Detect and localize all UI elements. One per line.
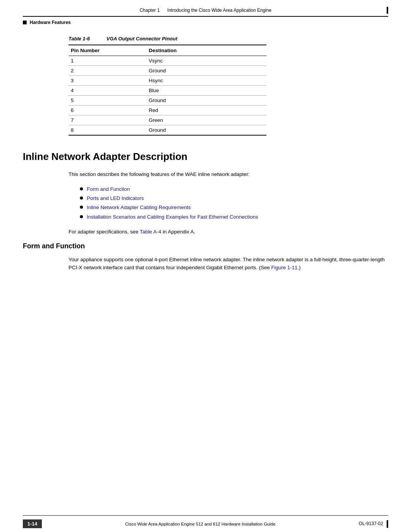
page: Chapter 1 Introducing the Cisco Wide Are… bbox=[0, 0, 411, 532]
destination-cell: Red bbox=[147, 105, 266, 115]
table-section: Table 1-6 VGA Output Connector Pinout Pi… bbox=[68, 36, 388, 136]
table-a4-link[interactable]: Table A-4 bbox=[140, 229, 161, 235]
chapter-label: Chapter 1 bbox=[140, 8, 160, 13]
table-header-row: Pin Number Destination bbox=[68, 45, 266, 56]
table-row: 3Hsync bbox=[68, 76, 266, 86]
intro-text: This section describes the following fea… bbox=[68, 170, 388, 179]
pin-cell: 4 bbox=[68, 86, 147, 96]
bullet-link[interactable]: Installation Scenarios and Cabling Examp… bbox=[87, 212, 258, 222]
list-item: Form and Function bbox=[80, 185, 388, 194]
subsection-text-before: Your appliance supports one optional 4-p… bbox=[68, 257, 385, 271]
section-label-text: Hardware Features bbox=[30, 20, 71, 25]
pin-cell: 2 bbox=[68, 66, 147, 76]
destination-cell: Green bbox=[147, 115, 266, 125]
adapter-specs-after: in Appendix A. bbox=[161, 229, 195, 235]
list-item: Installation Scenarios and Cabling Examp… bbox=[80, 212, 388, 222]
table-caption-title: VGA Output Connector Pinout bbox=[107, 36, 178, 42]
pin-cell: 8 bbox=[68, 125, 147, 136]
table-row: 2Ground bbox=[68, 66, 266, 76]
table-row: 1Vsync bbox=[68, 56, 266, 66]
header-center: Chapter 1 Introducing the Cisco Wide Are… bbox=[114, 8, 297, 13]
table-row: 5Ground bbox=[68, 96, 266, 105]
table-body: 1Vsync2Ground3Hsync4Blue5Ground6Red7Gree… bbox=[68, 56, 266, 136]
adapter-specs-text: For adapter specifications, see Table A-… bbox=[68, 228, 388, 236]
header-right bbox=[297, 7, 388, 14]
pin-cell: 6 bbox=[68, 105, 147, 115]
col-dest-header: Destination bbox=[147, 45, 266, 56]
subsection-text-end: .) bbox=[298, 265, 301, 270]
figure-1-11-link[interactable]: Figure 1-11 bbox=[271, 265, 298, 270]
footer-right: OL-9137-02 bbox=[359, 520, 388, 528]
main-content: Table 1-6 VGA Output Connector Pinout Pi… bbox=[0, 28, 411, 301]
page-number: 1-14 bbox=[23, 519, 42, 528]
footer-content: 1-14 Cisco Wide Area Application Engine … bbox=[0, 516, 411, 532]
pin-cell: 7 bbox=[68, 115, 147, 125]
header-bar-icon bbox=[387, 7, 388, 14]
bullet-dot-icon bbox=[80, 206, 83, 209]
section-square-icon bbox=[23, 21, 27, 24]
pin-cell: 5 bbox=[68, 96, 147, 105]
destination-cell: Vsync bbox=[147, 56, 266, 66]
adapter-specs-before: For adapter specifications, see bbox=[68, 229, 140, 235]
destination-cell: Ground bbox=[147, 125, 266, 136]
page-header: Chapter 1 Introducing the Cisco Wide Are… bbox=[0, 0, 411, 16]
bullet-link[interactable]: Inline Network Adapter Cabling Requireme… bbox=[87, 203, 191, 212]
table-caption: Table 1-6 VGA Output Connector Pinout bbox=[68, 36, 388, 42]
bullet-dot-icon bbox=[80, 215, 83, 218]
table-row: 6Red bbox=[68, 105, 266, 115]
bullet-link[interactable]: Form and Function bbox=[87, 185, 130, 194]
subsection-text: Your appliance supports one optional 4-p… bbox=[68, 256, 388, 272]
bullet-dot-icon bbox=[80, 197, 83, 200]
section-label: Hardware Features bbox=[0, 17, 411, 28]
footer-doc-number: OL-9137-02 bbox=[359, 521, 383, 526]
feature-list: Form and FunctionPorts and LED Indicator… bbox=[80, 185, 388, 222]
destination-cell: Ground bbox=[147, 66, 266, 76]
list-item: Ports and LED Indicators bbox=[80, 194, 388, 203]
chapter-title: Introducing the Cisco Wide Area Applicat… bbox=[167, 8, 272, 13]
col-pin-header: Pin Number bbox=[68, 45, 147, 56]
vga-table: Pin Number Destination 1Vsync2Ground3Hsy… bbox=[68, 45, 266, 136]
subsection-heading: Form and Function bbox=[23, 242, 388, 250]
main-section-heading: Inline Network Adapter Description bbox=[23, 151, 388, 163]
bullet-dot-icon bbox=[80, 187, 83, 190]
destination-cell: Ground bbox=[147, 96, 266, 105]
footer-bar-icon bbox=[387, 520, 388, 528]
list-item: Inline Network Adapter Cabling Requireme… bbox=[80, 203, 388, 212]
table-row: 7Green bbox=[68, 115, 266, 125]
table-row: 4Blue bbox=[68, 86, 266, 96]
footer-center: Cisco Wide Area Application Engine 512 a… bbox=[42, 522, 359, 526]
header-separator bbox=[161, 8, 166, 13]
page-footer: 1-14 Cisco Wide Area Application Engine … bbox=[0, 515, 411, 532]
destination-cell: Blue bbox=[147, 86, 266, 96]
table-caption-label: Table 1-6 bbox=[68, 36, 90, 42]
pin-cell: 1 bbox=[68, 56, 147, 66]
pin-cell: 3 bbox=[68, 76, 147, 86]
destination-cell: Hsync bbox=[147, 76, 266, 86]
bullet-link[interactable]: Ports and LED Indicators bbox=[87, 194, 144, 203]
table-row: 8Ground bbox=[68, 125, 266, 136]
